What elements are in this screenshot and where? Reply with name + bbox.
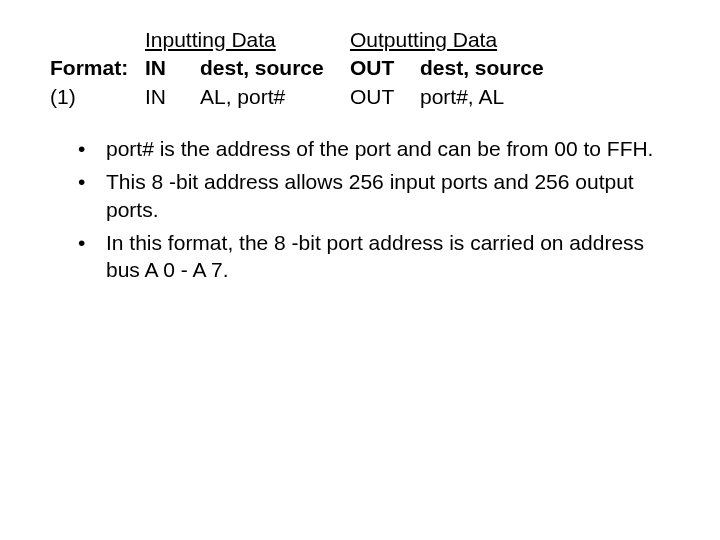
out-operands: dest, source: [420, 54, 670, 82]
in-mnemonic: IN: [145, 83, 200, 111]
table-row: (1) IN AL, port# OUT port#, AL: [50, 83, 670, 111]
slide: Inputting Data Outputting Data Format: I…: [0, 0, 720, 284]
in-operands: dest, source: [200, 54, 350, 82]
out-operands: port#, AL: [420, 83, 670, 111]
list-item: port# is the address of the port and can…: [78, 135, 670, 162]
list-item: This 8 -bit address allows 256 input por…: [78, 168, 670, 223]
row-label: (1): [50, 83, 145, 111]
in-operands: AL, port#: [200, 83, 350, 111]
row-label: Format:: [50, 54, 145, 82]
header-outputting: Outputting Data: [350, 26, 670, 54]
bullet-list: port# is the address of the port and can…: [50, 135, 670, 283]
out-mnemonic: OUT: [350, 83, 420, 111]
io-format-table: Inputting Data Outputting Data Format: I…: [50, 26, 670, 111]
list-item: In this format, the 8 -bit port address …: [78, 229, 670, 284]
in-mnemonic: IN: [145, 54, 200, 82]
header-inputting: Inputting Data: [145, 26, 350, 54]
table-header-row: Inputting Data Outputting Data: [50, 26, 670, 54]
out-mnemonic: OUT: [350, 54, 420, 82]
table-row: Format: IN dest, source OUT dest, source: [50, 54, 670, 82]
